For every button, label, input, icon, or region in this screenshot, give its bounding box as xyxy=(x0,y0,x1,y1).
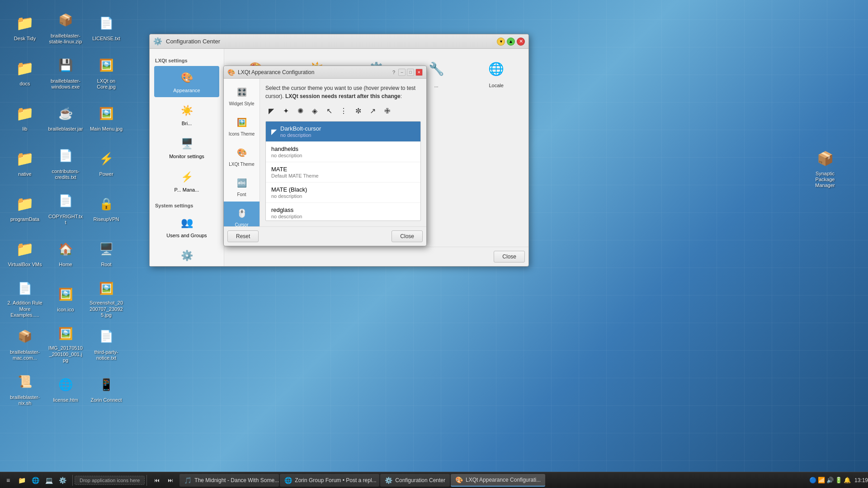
system-settings-label: System settings xyxy=(154,201,219,209)
desktop-icon-brailleblaster-zip[interactable]: 📦 brailleblaster-stable-linux.zip xyxy=(45,5,86,50)
desktop-icon-lxqt-core[interactable]: 🖼️ LXQt on Core.jpg xyxy=(86,50,127,95)
desktop-icon-grid: 📁 Desk Tidy 📦 brailleblaster-stable-linu… xyxy=(0,0,140,352)
config-item-monitor[interactable]: 🖥️ Monitor settings xyxy=(154,132,219,163)
cursor-darkbolt-icon: ◤ xyxy=(271,127,277,136)
cursor-theme-list[interactable]: ◤ DarkBolt-cursor no description handhel… xyxy=(265,121,421,221)
config-center-controls: ▾ ▲ ✕ xyxy=(497,38,525,46)
nav-widget-style[interactable]: 🎛️ Widget Style xyxy=(224,80,259,111)
cursor-item-mate[interactable]: MATE Default MATE Theme xyxy=(266,162,420,183)
desktop-icon-copyright[interactable]: 📄 COPYRIGHT.txt xyxy=(45,185,86,230)
desktop-icon-synaptic[interactable]: 📦 Synaptic Package Manager xyxy=(805,145,845,192)
cursor-prev-4: ◈ xyxy=(309,105,321,117)
appearance-min-btn[interactable]: – xyxy=(398,69,406,76)
desktop-icon-brailleblaster-jar[interactable]: ☕ brailleblaster.jar xyxy=(45,95,86,140)
config-center-maximize[interactable]: ▲ xyxy=(507,38,515,46)
taskbar-sep1 xyxy=(72,475,73,486)
nav-font[interactable]: 🔤 Font xyxy=(224,171,259,202)
taskbar: ≡ 📁 🌐 💻 ⚙️ Drop application icons here ⏮… xyxy=(0,472,868,488)
config-item-power[interactable]: ⚡ P... Mana... xyxy=(154,165,219,197)
cursor-prev-2: ✦ xyxy=(280,105,292,117)
brightness-icon: ☀️ xyxy=(179,103,195,119)
config-item-brightness[interactable]: ☀️ Bri... xyxy=(154,99,219,130)
config-item-appearance[interactable]: 🎨 Appearance xyxy=(154,66,219,97)
cursor-description: Select the cursor theme you want to use … xyxy=(265,84,421,100)
taskbar-media-prev[interactable]: ⏮ xyxy=(151,474,163,487)
taskbar-menu-btn[interactable]: ≡ xyxy=(2,474,14,487)
appearance-close-btn[interactable]: ✕ xyxy=(415,69,423,76)
taskbar-app-midnight[interactable]: 🎵 The Midnight - Dance With Some... xyxy=(179,474,279,487)
config-item-alt-conf[interactable]: ⚙️ Alte... Conf... xyxy=(154,244,219,266)
taskbar-app-lxqt-appearance[interactable]: 🎨 LXQt Appearance Configurati... xyxy=(451,474,545,487)
appearance-close-button[interactable]: Close xyxy=(392,230,423,242)
cursor-prev-5: ↖ xyxy=(323,105,335,117)
taskbar-app-config-center[interactable]: ⚙️ Configuration Center xyxy=(380,474,450,487)
desktop-icon-docs[interactable]: 📁 docs xyxy=(5,50,45,95)
appearance-dialog-title: LXQt Appearance Configuration xyxy=(238,69,314,75)
appearance-help-btn[interactable]: ? xyxy=(392,70,395,75)
taskbar-files-btn[interactable]: 📁 xyxy=(15,474,28,487)
desktop-icon-desk-tidy[interactable]: 📁 Desk Tidy xyxy=(5,5,45,50)
desktop-icon-main-menu[interactable]: 🖼️ Main Menu.jpg xyxy=(86,95,127,140)
appearance-reset-button[interactable]: Reset xyxy=(227,230,259,242)
desktop-icon-addition-rule[interactable]: 📄 2. Addition Rule More Examples..... xyxy=(5,276,45,321)
systray-battery[interactable]: 🔋 xyxy=(835,477,842,483)
taskbar-app-zorin-forum[interactable]: 🌐 Zorin Group Forum • Post a repl... xyxy=(280,474,379,487)
taskbar-app-area: ⏮ ⏭ 🎵 The Midnight - Dance With Some... … xyxy=(149,474,809,487)
cursor-item-redglass[interactable]: redglass no description xyxy=(266,203,420,221)
grid-locale[interactable]: 🌐 Locale xyxy=(468,53,524,93)
nav-icons-theme[interactable]: 🖼️ Icons Theme xyxy=(224,111,259,141)
systray-notification[interactable]: 🔔 xyxy=(844,477,851,483)
desktop-icon-riseup[interactable]: 🔒 RiseupVPN xyxy=(86,185,127,230)
desktop-icon-icon-ico[interactable]: 🖼️ icon.ico xyxy=(45,276,86,321)
systray-audio[interactable]: 🔊 xyxy=(826,477,834,483)
users-icon: 👥 xyxy=(179,215,195,231)
taskbar-media-play[interactable]: ⏭ xyxy=(164,474,177,487)
desktop-icon-license-htm[interactable]: 🌐 license.htm xyxy=(45,366,86,411)
nav-cursor[interactable]: 🖱️ Cursor xyxy=(224,202,259,226)
taskbar-terminal-btn[interactable]: 💻 xyxy=(42,474,55,487)
desktop-icon-third-party[interactable]: 📄 third-party-notice.txt xyxy=(86,321,127,366)
taskbar-settings-btn[interactable]: ⚙️ xyxy=(56,474,69,487)
desktop-icon-bb-nix[interactable]: 📜 brailleblaster-nix.sh xyxy=(5,366,45,411)
appearance-icon: 🎨 xyxy=(179,70,195,86)
desktop-icon-img-jpg[interactable]: 🖼️ IMG_20170510_200100_001.jpg xyxy=(45,321,86,366)
taskbar-browser-btn[interactable]: 🌐 xyxy=(29,474,42,487)
config-item-users[interactable]: 👥 Users and Groups xyxy=(154,211,219,242)
taskbar-drop-zone[interactable]: Drop application icons here xyxy=(75,476,145,485)
desktop-icon-programdata[interactable]: 📁 programData xyxy=(5,185,45,230)
cursor-prev-7: ✼ xyxy=(352,105,364,117)
appearance-titlebar: 🎨 LXQt Appearance Configuration ? – □ ✕ xyxy=(224,66,426,79)
appearance-footer: Reset Close xyxy=(224,226,426,246)
appearance-max-btn[interactable]: □ xyxy=(407,69,414,76)
desktop-icon-zorin-connect[interactable]: 📱 Zorin Connect xyxy=(86,366,127,411)
nav-lxqt-theme[interactable]: 🎨 LXQt Theme xyxy=(224,141,259,171)
appearance-nav: 🎛️ Widget Style 🖼️ Icons Theme 🎨 LXQt Th… xyxy=(224,79,260,226)
lxqt-settings-label: LXQt settings xyxy=(154,56,219,64)
cursor-item-darkbolt[interactable]: ◤ DarkBolt-cursor no description xyxy=(266,122,420,142)
config-center-close-btn[interactable]: ✕ xyxy=(517,38,525,46)
cursor-item-mate-black[interactable]: MATE (Black) no description xyxy=(266,183,420,203)
desktop-icon-power[interactable]: ⚡ Power xyxy=(86,140,127,185)
desktop-icon-brailleblaster-win[interactable]: 💾 brailleblaster-windows.exe xyxy=(45,50,86,95)
taskbar-left: ≡ 📁 🌐 💻 ⚙️ xyxy=(0,474,71,487)
config-center-minimize[interactable]: ▾ xyxy=(497,38,505,46)
desktop-icon-root[interactable]: 🖥️ Root xyxy=(86,230,127,276)
desktop-icon-license-txt[interactable]: 📄 LICENSE.txt xyxy=(86,5,127,50)
config-center-sidebar: LXQt settings 🎨 Appearance ☀️ Bri... 🖥️ … xyxy=(150,49,224,266)
taskbar-media-controls: ⏮ ⏭ xyxy=(151,474,177,487)
alt-conf-icon: ⚙️ xyxy=(179,248,195,264)
config-center-titlebar: ⚙️ Configuration Center ▾ ▲ ✕ xyxy=(150,34,528,49)
desktop-icon-lib[interactable]: 📁 lib xyxy=(5,95,45,140)
config-center-close-button[interactable]: Close xyxy=(494,251,525,263)
desktop-icon-screenshot[interactable]: 🖼️ Screenshot_20200707_230925.jpg xyxy=(86,276,127,321)
desktop-icon-home[interactable]: 🏠 Home xyxy=(45,230,86,276)
systray-bluetooth[interactable]: 🔵 xyxy=(809,477,816,483)
systray-network[interactable]: 📶 xyxy=(818,477,825,483)
taskbar-time: 13:19 xyxy=(854,477,868,483)
desktop-icon-vbox[interactable]: 📁 VirtualBox VMs xyxy=(5,230,45,276)
appearance-body: 🎛️ Widget Style 🖼️ Icons Theme 🎨 LXQt Th… xyxy=(224,79,426,226)
cursor-item-handhelds[interactable]: handhelds no description xyxy=(266,142,420,162)
desktop-icon-bb-mac[interactable]: 📦 brailleblaster-mac.com... xyxy=(5,321,45,366)
desktop-icon-native[interactable]: 📁 native xyxy=(5,140,45,185)
desktop-icon-contributors[interactable]: 📄 contributors-credits.txt xyxy=(45,140,86,185)
